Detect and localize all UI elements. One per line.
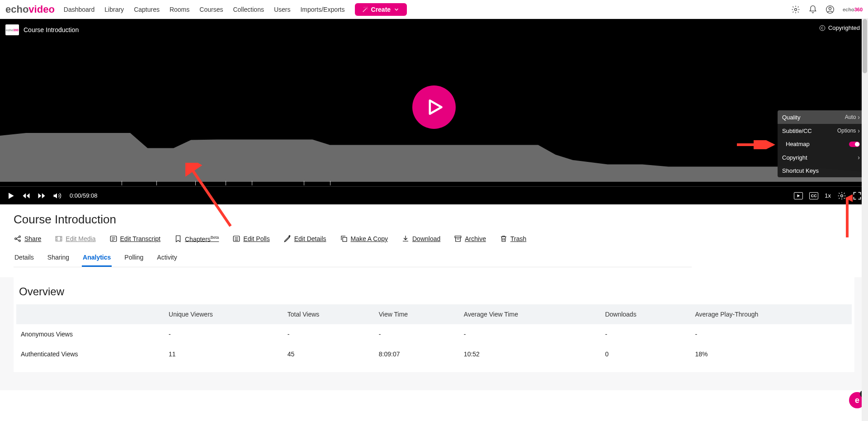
overview-table: Unique Viewers Total Views View Time Ave… [16,304,852,364]
video-thumbnail: echo360 [5,24,19,35]
action-edit-media: Edit Media [55,235,95,243]
chevron-right-icon: › [858,114,860,121]
copyright-icon [819,25,826,31]
archive-icon [454,235,462,243]
nav-dashboard[interactable]: Dashboard [64,6,95,13]
svg-point-9 [19,236,21,238]
sources-icon[interactable] [794,191,803,200]
rewind-control[interactable] [22,191,31,200]
nav-imports-exports[interactable]: Imports/Exports [300,6,344,13]
col-unique-viewers: Unique Viewers [164,304,283,324]
action-chapters[interactable]: ChaptersBeta [174,235,219,243]
top-nav: Dashboard Library Captures Rooms Courses… [64,3,791,16]
settings-subtitle-label: Subtitle/CC [782,128,812,134]
svg-rect-11 [56,237,62,241]
settings-copyright-label: Copyright [782,154,807,161]
nav-library[interactable]: Library [104,6,124,13]
action-trash[interactable]: Trash [500,235,526,243]
nav-users[interactable]: Users [274,6,291,13]
bookmark-icon [174,235,182,243]
action-edit-polls[interactable]: Edit Polls [232,235,269,243]
scrollbar[interactable] [862,19,868,390]
tab-analytics[interactable]: Analytics [82,252,112,267]
video-player[interactable]: echo360 Course Introduction Copyrighted … [0,19,868,204]
table-row: Authenticated Views 11 45 8:09:07 10:52 … [16,344,852,364]
magic-wand-icon [362,6,368,13]
play-control[interactable] [6,191,15,200]
settings-popup: Quality Auto› Subtitle/CC Options› Heatm… [778,110,864,177]
chevron-down-icon [393,6,400,13]
settings-dropdown-icon[interactable] [791,5,800,14]
download-icon [401,235,410,243]
col-view-time: View Time [374,304,459,324]
transcript-icon [109,235,118,243]
settings-subtitle-row[interactable]: Subtitle/CC Options› [778,124,864,137]
settings-quality-row[interactable]: Quality Auto› [778,110,864,124]
nav-courses[interactable]: Courses [199,6,223,13]
tab-details[interactable]: Details [14,252,35,267]
settings-shortcuts-row[interactable]: Shortcut Keys [778,164,864,177]
create-button-label: Create [371,6,391,13]
trash-icon [500,235,508,243]
tab-sharing[interactable]: Sharing [47,252,70,267]
page-title: Course Introduction [14,213,692,227]
brand-text-b: video [28,4,54,15]
tabs: Details Sharing Analytics Polling Activi… [14,252,692,267]
playback-speed[interactable]: 1x [825,192,831,199]
brand-logo[interactable]: echovideo [5,4,55,15]
volume-control[interactable] [52,191,61,200]
account-icon[interactable] [826,5,835,14]
settings-quality-label: Quality [782,114,800,121]
film-icon [55,235,63,243]
video-title: Course Introduction [24,26,79,33]
overview-card: Overview Unique Viewers Total Views View… [14,277,854,372]
settings-heatmap-label: Heatmap [786,141,810,147]
col-total-views: Total Views [283,304,374,324]
svg-point-2 [829,7,831,9]
cc-icon[interactable]: CC [809,191,818,200]
scrollbar-thumb[interactable] [863,19,867,73]
col-downloads: Downloads [600,304,690,324]
media-actions: Share Edit Media Edit Transcript Chapter… [14,235,692,243]
tab-polling[interactable]: Polling [123,252,144,267]
col-avg-play-through: Average Play-Through [690,304,852,324]
create-button[interactable]: Create [355,3,407,16]
chevron-right-icon: › [858,154,860,161]
play-button[interactable] [412,85,456,129]
svg-point-3 [820,25,825,31]
settings-heatmap-row[interactable]: Heatmap [778,137,864,151]
fullscreen-icon[interactable] [853,191,862,200]
action-download[interactable]: Download [401,235,440,243]
chapter-markers [0,180,868,185]
svg-point-4 [841,194,843,197]
overview-heading: Overview [16,285,852,298]
action-make-copy[interactable]: Make A Copy [340,235,388,243]
svg-rect-14 [343,237,347,241]
action-edit-transcript[interactable]: Edit Transcript [109,235,160,243]
svg-point-8 [15,238,17,240]
nav-collections[interactable]: Collections [233,6,264,13]
forward-control[interactable] [37,191,46,200]
heatmap-graph [0,128,868,182]
svg-point-0 [794,8,797,10]
action-share[interactable]: Share [14,235,41,243]
copy-icon [340,235,348,243]
action-edit-details[interactable]: Edit Details [283,235,326,243]
settings-copyright-row[interactable]: Copyright › [778,151,864,164]
settings-gear-icon[interactable] [837,191,846,200]
list-icon [232,235,241,243]
nav-captures[interactable]: Captures [134,6,160,13]
tab-activity[interactable]: Activity [156,252,178,267]
brand-text-a: echo [5,4,28,15]
tenant-logo[interactable]: echo360 [843,7,863,12]
notifications-icon[interactable] [808,5,817,14]
heatmap-toggle[interactable] [849,142,860,147]
time-display: 0:00/59:08 [70,192,97,199]
action-archive[interactable]: Archive [454,235,486,243]
nav-rooms[interactable]: Rooms [170,6,189,13]
col-blank [16,304,164,324]
play-icon [424,97,444,117]
chevron-right-icon: › [858,127,860,134]
settings-shortcuts-label: Shortcut Keys [782,167,819,174]
svg-rect-15 [455,236,462,238]
